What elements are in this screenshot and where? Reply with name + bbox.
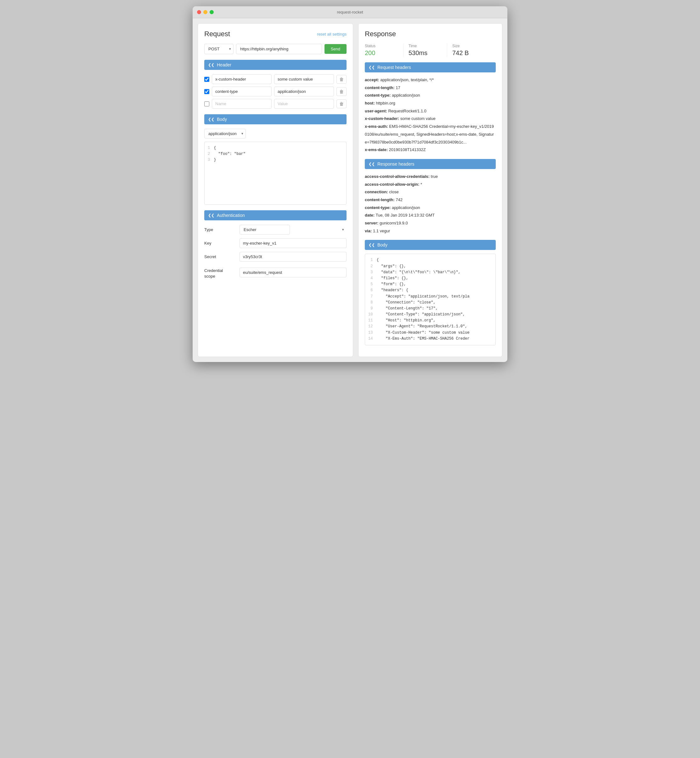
titlebar: request-rocket xyxy=(193,6,507,18)
size-value: 742 B xyxy=(452,49,486,57)
url-input[interactable] xyxy=(236,44,322,54)
response-headers-label: Response headers xyxy=(377,161,414,167)
auth-type-label: Type xyxy=(204,227,236,232)
titlebar-buttons xyxy=(197,10,214,14)
request-header-item: x-ems-date: 20190108T141332Z xyxy=(365,146,496,154)
req-headers-chevron-icon: ❮❮ xyxy=(369,65,375,70)
right-panel: Response Status 200 Time 530ms Size 742 … xyxy=(358,23,502,357)
header-name-input-3[interactable] xyxy=(212,99,272,109)
header-delete-button-3[interactable]: 🗑 xyxy=(336,100,347,108)
url-row: POST GET PUT DELETE ▾ Send xyxy=(204,44,347,54)
content-type-wrapper: application/json text/plain application/… xyxy=(204,129,246,139)
request-header-item: content-length: 17 xyxy=(365,84,496,92)
header-row: 🗑 xyxy=(204,87,347,96)
response-headers-list: access-control-allow-credentials: true a… xyxy=(365,173,496,235)
response-body-editor: 1234567891011121314 { "args": {}, "data"… xyxy=(365,254,496,345)
header-name-input-1[interactable] xyxy=(212,74,272,84)
window-title: request-rocket xyxy=(337,10,363,14)
time-item: Time 530ms xyxy=(409,44,447,57)
body-chevron-icon: ❮❮ xyxy=(208,117,214,122)
body-code-content: { "foo": "bar" } xyxy=(214,145,343,201)
response-header-item: content-length: 742 xyxy=(365,196,496,204)
size-label: Size xyxy=(452,44,486,48)
app-window: request-rocket Request reset all setting… xyxy=(193,6,507,362)
auth-chevron-icon: ❮❮ xyxy=(208,213,214,217)
header-value-input-2[interactable] xyxy=(274,87,334,96)
status-item: Status 200 xyxy=(365,44,403,57)
response-header-item: access-control-allow-credentials: true xyxy=(365,173,496,181)
request-header-item: content-type: application/json xyxy=(365,92,496,100)
body-line-numbers: 123 xyxy=(208,145,214,201)
auth-section: ❮❮ Authentication Type Escher None Beare… xyxy=(204,210,347,279)
header-row: 🗑 xyxy=(204,99,347,109)
request-header-item: x-custom-header: some custom value xyxy=(365,115,496,123)
header-checkbox-3[interactable] xyxy=(204,102,209,106)
request-header-item: user-agent: RequestRocket/1.1.0 xyxy=(365,107,496,115)
header-name-input-2[interactable] xyxy=(212,87,272,96)
method-select[interactable]: POST GET PUT DELETE xyxy=(204,44,234,54)
response-header-item: via: 1.1 vegur xyxy=(365,227,496,235)
response-headers-section: ❮❮ Response headers access-control-allow… xyxy=(365,159,496,235)
header-delete-button-1[interactable]: 🗑 xyxy=(336,75,347,84)
header-value-input-1[interactable] xyxy=(274,74,334,84)
send-button[interactable]: Send xyxy=(325,44,347,54)
header-section-label: Header xyxy=(217,63,231,67)
header-delete-button-2[interactable]: 🗑 xyxy=(336,87,347,96)
response-header-item: access-control-allow-origin: * xyxy=(365,181,496,189)
time-label: Time xyxy=(409,44,442,48)
response-body-section-header: ❮❮ Body xyxy=(365,240,496,250)
request-headers-list: accept: application/json, text/plain, */… xyxy=(365,76,496,154)
content-type-select[interactable]: application/json text/plain application/… xyxy=(204,129,246,139)
minimize-button[interactable] xyxy=(203,10,208,14)
body-section: ❮❮ Body application/json text/plain appl… xyxy=(204,114,347,205)
maximize-button[interactable] xyxy=(209,10,214,14)
status-value: 200 xyxy=(365,49,398,57)
request-headers-label: Request headers xyxy=(377,65,411,70)
auth-credential-scope-input[interactable] xyxy=(239,267,347,277)
status-row: Status 200 Time 530ms Size 742 B xyxy=(365,44,496,57)
response-headers-section-header: ❮❮ Response headers xyxy=(365,159,496,169)
auth-secret-input[interactable] xyxy=(239,252,347,262)
response-header-item: date: Tue, 08 Jan 2019 14:13:32 GMT xyxy=(365,211,496,219)
resp-headers-chevron-icon: ❮❮ xyxy=(369,162,375,166)
auth-type-select-wrapper: Escher None Bearer ▾ xyxy=(239,225,347,234)
auth-credential-scope-label: Credentialscope xyxy=(204,266,236,279)
reset-link[interactable]: reset all settings xyxy=(317,32,347,36)
auth-grid: Type Escher None Bearer ▾ Key Secret Cre… xyxy=(204,225,347,279)
response-body-label: Body xyxy=(377,242,388,247)
response-body-section: ❮❮ Body 1234567891011121314 { "args": {}… xyxy=(365,240,496,345)
response-body-line-numbers: 1234567891011121314 xyxy=(368,257,377,342)
close-button[interactable] xyxy=(197,10,201,14)
auth-key-input[interactable] xyxy=(239,238,347,248)
response-header-item: connection: close xyxy=(365,188,496,196)
auth-secret-label: Secret xyxy=(204,254,236,259)
auth-section-label: Authentication xyxy=(217,213,245,218)
body-code-editor[interactable]: 123 { "foo": "bar" } xyxy=(204,142,347,205)
time-value: 530ms xyxy=(409,49,442,57)
auth-section-header: ❮❮ Authentication xyxy=(204,210,347,220)
header-value-input-3[interactable] xyxy=(274,99,334,109)
request-header-item: x-ems-auth: EMS-HMAC-SHA256 Credential=m… xyxy=(365,123,496,146)
request-header-item: host: httpbin.org xyxy=(365,100,496,107)
body-section-header: ❮❮ Body xyxy=(204,114,347,124)
main-content: Request reset all settings POST GET PUT … xyxy=(193,18,507,362)
response-title: Response xyxy=(365,30,496,38)
header-checkbox-1[interactable] xyxy=(204,77,209,82)
auth-key-label: Key xyxy=(204,241,236,245)
auth-type-select[interactable]: Escher None Bearer xyxy=(239,225,290,234)
size-item: Size 742 B xyxy=(452,44,491,57)
header-checkbox-2[interactable] xyxy=(204,89,209,94)
method-select-wrapper: POST GET PUT DELETE ▾ xyxy=(204,44,234,54)
response-header-item: server: gunicorn/19.9.0 xyxy=(365,219,496,227)
status-label: Status xyxy=(365,44,398,48)
header-row: 🗑 xyxy=(204,74,347,84)
request-panel-header: Request reset all settings xyxy=(204,30,347,38)
request-title: Request xyxy=(204,30,230,38)
header-chevron-icon: ❮❮ xyxy=(208,63,214,67)
header-rows: 🗑 🗑 🗑 xyxy=(204,74,347,109)
response-header-item: content-type: application/json xyxy=(365,204,496,212)
resp-body-chevron-icon: ❮❮ xyxy=(369,243,375,247)
response-body-code: { "args": {}, "data": "{\n\t\"foo\": \"b… xyxy=(377,257,492,342)
header-section-header: ❮❮ Header xyxy=(204,60,347,70)
request-header-item: accept: application/json, text/plain, */… xyxy=(365,76,496,84)
